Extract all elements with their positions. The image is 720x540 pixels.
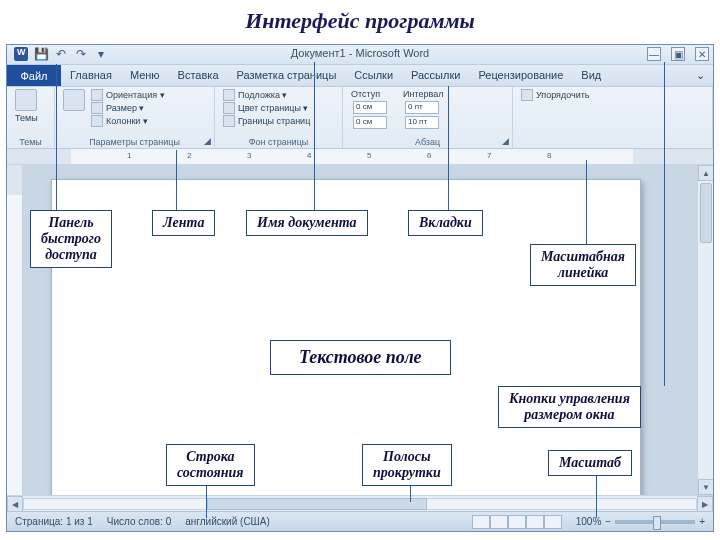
ruler-left-margin [7, 149, 71, 164]
size-icon [91, 102, 103, 114]
tab-insert[interactable]: Вставка [169, 65, 228, 86]
orientation-button[interactable]: Ориентация ▾ [91, 89, 165, 101]
window-controls: — ▣ ✕ [647, 47, 709, 61]
callout-win-controls: Кнопки управления размером окна [498, 386, 641, 428]
view-draft-icon[interactable] [544, 515, 562, 529]
tab-review[interactable]: Рецензирование [469, 65, 572, 86]
indent-left-input[interactable]: 0 см [351, 101, 387, 114]
scroll-right-icon[interactable]: ▶ [697, 496, 713, 512]
ruler-tick: 6 [427, 151, 431, 160]
callout-scrollbars: Полосы прокрутки [362, 444, 452, 486]
ruler-horizontal[interactable]: 1 2 3 4 5 6 7 8 [7, 149, 713, 165]
group-label-background: Фон страницы [223, 137, 334, 148]
margins-button[interactable] [63, 89, 85, 111]
zoom-percent[interactable]: 100% [576, 516, 602, 527]
scroll-thumb-v[interactable] [700, 183, 712, 243]
quick-access-toolbar: 💾 ↶ ↷ ▾ [9, 46, 113, 62]
leader-title [314, 62, 315, 210]
minimize-button[interactable]: — [647, 47, 661, 61]
group-label-arrange [521, 147, 704, 148]
status-page[interactable]: Страница: 1 из 1 [15, 516, 93, 527]
interval-title: Интервал [403, 89, 443, 99]
zoom-slider[interactable] [615, 520, 695, 524]
tab-file[interactable]: Файл [7, 65, 61, 86]
page-color-button[interactable]: Цвет страницы ▾ [223, 102, 310, 114]
tab-page-layout[interactable]: Разметка страницы [228, 65, 346, 86]
status-bar: Страница: 1 из 1 Число слов: 0 английски… [7, 511, 713, 531]
orientation-icon [91, 89, 103, 101]
status-word-count[interactable]: Число слов: 0 [107, 516, 171, 527]
themes-button[interactable]: Темы [15, 89, 38, 123]
size-button[interactable]: Размер ▾ [91, 102, 165, 114]
page-setup-dialog-launcher[interactable]: ◢ [204, 136, 211, 146]
group-label-themes: Темы [15, 137, 46, 148]
indent-right-input[interactable]: 0 см [351, 116, 387, 129]
qat-redo-icon[interactable]: ↷ [73, 46, 89, 62]
ribbon-minimize-icon[interactable]: ⌄ [688, 65, 713, 86]
arrange-icon [521, 89, 533, 101]
ruler-vertical[interactable] [7, 165, 23, 495]
scroll-up-icon[interactable]: ▲ [698, 165, 713, 181]
paragraph-dialog-launcher[interactable]: ◢ [502, 136, 509, 146]
callout-title: Имя документа [246, 210, 368, 236]
tab-menu[interactable]: Меню [121, 65, 169, 86]
callout-ribbon: Лента [152, 210, 215, 236]
leader-tabs [448, 86, 449, 210]
zoom-in-button[interactable]: + [699, 516, 705, 527]
group-label-page-setup: Параметры страницы [63, 137, 206, 148]
page-color-icon [223, 102, 235, 114]
page-borders-button[interactable]: Границы страниц [223, 115, 310, 127]
ribbon-group-paragraph: Отступ 0 см 0 см Интервал 0 пт 10 пт Абз… [343, 87, 513, 148]
close-button[interactable]: ✕ [695, 47, 709, 61]
ruler-tick: 5 [367, 151, 371, 160]
group-label-paragraph: Абзац [351, 137, 504, 148]
callout-status-bar: Строка состояния [166, 444, 255, 486]
qat-save-icon[interactable]: 💾 [33, 46, 49, 62]
indent-title: Отступ [351, 89, 387, 99]
callout-ruler: Масштабная линейка [530, 244, 636, 286]
callout-text-area: Текстовое поле [270, 340, 451, 375]
leader-qat [56, 64, 57, 210]
app-logo-icon [13, 46, 29, 62]
page-borders-icon [223, 115, 235, 127]
ruler-tick: 4 [307, 151, 311, 160]
ruler-tick: 8 [547, 151, 551, 160]
tab-view[interactable]: Вид [572, 65, 610, 86]
status-language[interactable]: английский (США) [185, 516, 270, 527]
spacing-after-input[interactable]: 10 пт [403, 116, 443, 129]
tab-home[interactable]: Главная [61, 65, 121, 86]
spacing-before-input[interactable]: 0 пт [403, 101, 443, 114]
callout-zoom: Масштаб [548, 450, 632, 476]
view-web-icon[interactable] [508, 515, 526, 529]
view-buttons[interactable] [472, 515, 562, 529]
tab-references[interactable]: Ссылки [345, 65, 402, 86]
ribbon-group-background: Подложка ▾ Цвет страницы ▾ Границы стран… [215, 87, 343, 148]
scroll-down-icon[interactable]: ▼ [698, 479, 713, 495]
ruler-tick: 2 [187, 151, 191, 160]
scroll-thumb-h[interactable] [207, 498, 427, 510]
ribbon-group-arrange: Упорядочить [513, 87, 713, 148]
qat-customize-icon[interactable]: ▾ [93, 46, 109, 62]
tab-mailings[interactable]: Рассылки [402, 65, 469, 86]
view-print-layout-icon[interactable] [472, 515, 490, 529]
maximize-button[interactable]: ▣ [671, 47, 685, 61]
margins-icon [63, 89, 85, 111]
scrollbar-vertical[interactable]: ▲ ▼ [697, 165, 713, 495]
ribbon: Темы Темы Ориентация ▾ Размер ▾ Колонки … [7, 87, 713, 149]
watermark-icon [223, 89, 235, 101]
columns-button[interactable]: Колонки ▾ [91, 115, 165, 127]
scrollbar-horizontal[interactable]: ◀ ▶ [7, 495, 713, 511]
zoom-out-button[interactable]: − [605, 516, 611, 527]
ruler-tick: 7 [487, 151, 491, 160]
callout-tabs: Вкладки [408, 210, 483, 236]
leader-zoom [596, 472, 597, 518]
arrange-button[interactable]: Упорядочить [521, 89, 590, 101]
qat-undo-icon[interactable]: ↶ [53, 46, 69, 62]
view-outline-icon[interactable] [526, 515, 544, 529]
title-bar: 💾 ↶ ↷ ▾ Документ1 - Microsoft Word — ▣ ✕ [7, 45, 713, 65]
scroll-left-icon[interactable]: ◀ [7, 496, 23, 512]
ribbon-tab-row: Файл Главная Меню Вставка Разметка стран… [7, 65, 713, 87]
leader-ruler [586, 160, 587, 244]
watermark-button[interactable]: Подложка ▾ [223, 89, 310, 101]
view-fullscreen-icon[interactable] [490, 515, 508, 529]
